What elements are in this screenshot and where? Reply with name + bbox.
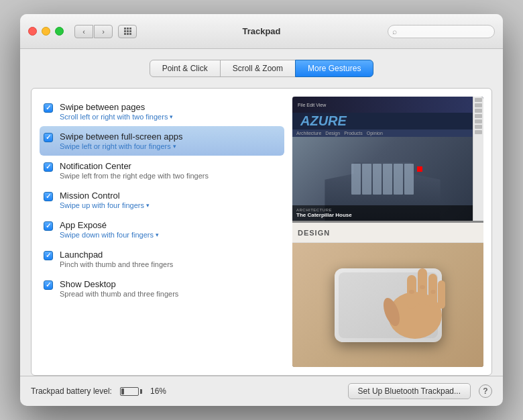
search-box[interactable]: ⌕ ✕ bbox=[388, 25, 495, 38]
back-button[interactable]: ‹ bbox=[74, 25, 93, 38]
checkbox-notification[interactable]: ✓ bbox=[44, 162, 53, 172]
preview-trackpad bbox=[292, 243, 483, 367]
gesture-text-notification: Notification Center Swipe left from the … bbox=[60, 161, 280, 180]
battery-label: Trackpad battery level: bbox=[31, 386, 112, 396]
battery-fill bbox=[121, 388, 124, 395]
checkmark-icon: ✓ bbox=[46, 282, 51, 288]
content-area: Point & Click Scroll & Zoom More Gesture… bbox=[20, 49, 503, 376]
gesture-text-swipe-pages: Swipe between pages Scroll left or right… bbox=[60, 102, 280, 121]
gesture-subtitle-swipe-pages[interactable]: Scroll left or right with two fingers ▾ bbox=[60, 113, 280, 121]
gesture-subtitle-desktop: Spread with thumb and three fingers bbox=[60, 290, 280, 298]
search-icon: ⌕ bbox=[392, 27, 397, 36]
close-button[interactable] bbox=[28, 27, 37, 36]
tab-bar: Point & Click Scroll & Zoom More Gesture… bbox=[31, 60, 492, 77]
checkbox-desktop[interactable]: ✓ bbox=[44, 280, 53, 290]
gesture-title-desktop: Show Desktop bbox=[60, 279, 280, 289]
grid-icon bbox=[124, 28, 131, 35]
checkmark-icon: ✓ bbox=[46, 252, 51, 259]
traffic-lights bbox=[28, 27, 64, 36]
tab-scroll-zoom[interactable]: Scroll & Zoom bbox=[220, 60, 296, 77]
gesture-item-launchpad[interactable]: ✓ Launchpad Pinch with thumb and three f… bbox=[40, 244, 284, 274]
main-window: ‹ › Trackpad ⌕ ✕ Point & Click Scroll & … bbox=[20, 14, 503, 406]
checkbox-swipe-apps[interactable]: ✓ bbox=[44, 133, 53, 142]
gesture-title-mission: Mission Control bbox=[60, 191, 280, 201]
checkbox-expose[interactable]: ✓ bbox=[44, 221, 53, 231]
gesture-text-desktop: Show Desktop Spread with thumb and three… bbox=[60, 279, 280, 298]
bluetooth-setup-button[interactable]: Set Up Bluetooth Trackpad... bbox=[348, 383, 471, 399]
checkmark-icon: ✓ bbox=[46, 223, 51, 229]
battery-tip bbox=[140, 389, 142, 394]
checkmark-icon: ✓ bbox=[46, 134, 51, 141]
checkbox-swipe-pages[interactable]: ✓ bbox=[44, 103, 53, 113]
help-button[interactable]: ? bbox=[479, 384, 492, 398]
gesture-subtitle-swipe-apps[interactable]: Swipe left or right with four fingers ▾ bbox=[60, 142, 280, 150]
grid-button[interactable] bbox=[118, 25, 137, 38]
svg-point-6 bbox=[409, 290, 414, 294]
gesture-subtitle-expose[interactable]: Swipe down with four fingers ▾ bbox=[60, 231, 280, 239]
hand-icon bbox=[361, 255, 455, 342]
gesture-text-mission: Mission Control Swipe up with four finge… bbox=[60, 191, 280, 209]
gesture-title-swipe-apps: Swipe between full-screen apps bbox=[60, 132, 280, 142]
bottom-bar: Trackpad battery level: 16% Set Up Bluet… bbox=[20, 376, 503, 406]
titlebar: ‹ › Trackpad ⌕ ✕ bbox=[20, 14, 503, 49]
mag-header: File Edit View bbox=[292, 97, 473, 113]
gesture-text-swipe-apps: Swipe between full-screen apps Swipe lef… bbox=[60, 132, 280, 150]
gesture-title-launchpad: Launchpad bbox=[60, 250, 280, 260]
dropdown-arrow-icon: ▾ bbox=[156, 231, 159, 238]
minimize-button[interactable] bbox=[42, 27, 50, 36]
dropdown-arrow-icon: ▾ bbox=[173, 143, 176, 150]
dropdown-arrow-icon: ▾ bbox=[146, 202, 150, 209]
battery-percent: 16% bbox=[150, 386, 166, 396]
gesture-item-swipe-pages[interactable]: ✓ Swipe between pages Scroll left or rig… bbox=[40, 97, 284, 126]
gesture-item-mission[interactable]: ✓ Mission Control Swipe up with four fin… bbox=[40, 185, 284, 215]
tab-point-click[interactable]: Point & Click bbox=[150, 60, 221, 77]
gesture-subtitle-mission[interactable]: Swipe up with four fingers ▾ bbox=[60, 201, 280, 209]
gesture-item-swipe-apps[interactable]: ✓ Swipe between full-screen apps Swipe l… bbox=[40, 126, 284, 156]
svg-rect-5 bbox=[438, 280, 445, 309]
gesture-title-expose: App Exposé bbox=[60, 220, 280, 230]
mag-logo: AZURE bbox=[296, 112, 351, 129]
checkmark-icon: ✓ bbox=[46, 105, 51, 111]
gesture-item-desktop[interactable]: ✓ Show Desktop Spread with thumb and thr… bbox=[40, 274, 284, 303]
nav-buttons: ‹ › bbox=[74, 25, 113, 38]
svg-point-7 bbox=[420, 285, 425, 289]
gesture-title-notification: Notification Center bbox=[60, 161, 280, 171]
search-input[interactable] bbox=[400, 27, 500, 36]
preview-magazine: File Edit View AZURE ArchitectureDesignP… bbox=[292, 97, 483, 221]
svg-point-8 bbox=[430, 290, 435, 294]
main-content: ✓ Swipe between pages Scroll left or rig… bbox=[31, 88, 492, 376]
window-title: Trackpad bbox=[242, 26, 280, 36]
checkmark-icon: ✓ bbox=[46, 164, 51, 170]
gestures-list: ✓ Swipe between pages Scroll left or rig… bbox=[40, 97, 284, 367]
battery-body bbox=[120, 387, 139, 396]
trackpad-device bbox=[335, 268, 442, 342]
checkbox-launchpad[interactable]: ✓ bbox=[44, 251, 53, 260]
checkbox-mission[interactable]: ✓ bbox=[44, 192, 53, 201]
battery-icon bbox=[120, 387, 142, 396]
checkmark-icon: ✓ bbox=[46, 193, 51, 200]
gesture-item-notification[interactable]: ✓ Notification Center Swipe left from th… bbox=[40, 156, 284, 185]
gesture-subtitle-launchpad: Pinch with thumb and three fingers bbox=[60, 260, 280, 268]
dropdown-arrow-icon: ▾ bbox=[170, 113, 173, 120]
tab-more-gestures[interactable]: More Gestures bbox=[295, 60, 373, 77]
gesture-text-launchpad: Launchpad Pinch with thumb and three fin… bbox=[60, 250, 280, 268]
maximize-button[interactable] bbox=[55, 27, 64, 36]
gesture-item-expose[interactable]: ✓ App Exposé Swipe down with four finger… bbox=[40, 215, 284, 244]
preview-area: File Edit View AZURE ArchitectureDesignP… bbox=[292, 97, 483, 367]
forward-button[interactable]: › bbox=[94, 25, 113, 38]
gesture-title-swipe-pages: Swipe between pages bbox=[60, 102, 280, 112]
gesture-subtitle-notification: Swipe left from the right edge with two … bbox=[60, 172, 280, 180]
gesture-text-expose: App Exposé Swipe down with four fingers … bbox=[60, 220, 280, 239]
